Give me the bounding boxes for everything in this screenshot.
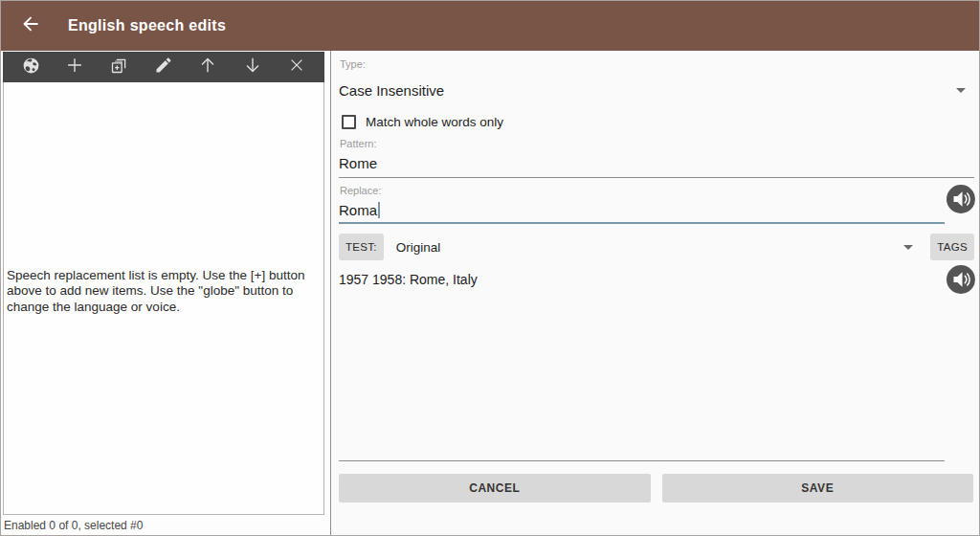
cancel-button[interactable]: CANCEL (339, 474, 651, 502)
delete-button[interactable] (284, 55, 309, 79)
status-text: Enabled 0 of 0, selected #0 (4, 519, 143, 532)
app-bar: English speech edits (1, 1, 979, 51)
arrow-left-icon (20, 13, 41, 38)
app-window: English speech edits (0, 0, 980, 536)
test-result-text: 1957 1958: Rome, Italy (339, 272, 975, 287)
replace-label: Replace: (340, 185, 979, 196)
test-button[interactable]: TEST: (339, 234, 384, 260)
list-toolbar (3, 52, 324, 82)
match-whole-words-checkbox[interactable] (342, 115, 356, 129)
replacement-list[interactable]: Speech replacement list is empty. Use th… (3, 82, 324, 515)
speaker-icon (947, 280, 975, 297)
text-cursor (378, 202, 380, 218)
close-icon (287, 56, 306, 78)
empty-list-message: Speech replacement list is empty. Use th… (4, 268, 323, 329)
test-result-row: 1957 1958: Rome, Italy (339, 264, 975, 295)
match-whole-words-label: Match whole words only (366, 115, 503, 129)
save-button[interactable]: SAVE (662, 474, 974, 502)
pattern-label: Pattern: (340, 138, 979, 149)
tags-button[interactable]: TAGS (930, 234, 974, 260)
speak-result-button[interactable] (947, 265, 975, 294)
arrow-up-icon (197, 55, 218, 79)
list-status-bar: Enabled 0 of 0, selected #0 (1, 515, 330, 535)
back-button[interactable] (19, 14, 42, 37)
add-button[interactable] (62, 55, 87, 79)
spacer (339, 295, 979, 460)
edit-pencil-icon (154, 56, 173, 78)
test-row: TEST: Original TAGS (339, 234, 974, 260)
replacement-list-panel: Speech replacement list is empty. Use th… (1, 51, 331, 535)
replace-section: Replace: Roma (339, 178, 979, 224)
move-up-button[interactable] (195, 55, 220, 79)
page-title: English speech edits (68, 17, 226, 34)
speak-replace-button[interactable] (947, 185, 975, 213)
arrow-down-icon (242, 55, 263, 79)
pattern-input[interactable]: Rome (339, 155, 974, 178)
match-whole-words-row[interactable]: Match whole words only (342, 115, 979, 129)
replace-input[interactable]: Roma (339, 202, 945, 224)
test-source-dropdown-value[interactable]: Original (396, 240, 904, 255)
type-dropdown-value: Case Insensitive (339, 82, 956, 99)
speaker-icon (947, 200, 975, 216)
language-button[interactable] (18, 55, 43, 79)
type-dropdown[interactable]: Case Insensitive (339, 82, 979, 99)
chevron-down-icon[interactable] (903, 245, 913, 250)
chevron-down-icon (956, 88, 966, 93)
form-divider (339, 460, 945, 461)
dialog-buttons: CANCEL SAVE (339, 474, 973, 502)
duplicate-button[interactable] (107, 55, 132, 79)
globe-icon (21, 56, 41, 79)
move-down-button[interactable] (240, 55, 265, 79)
duplicate-icon (109, 56, 129, 79)
replace-input-value: Roma (339, 202, 377, 218)
edit-button[interactable] (151, 55, 176, 79)
edit-form-panel: Type: Case Insensitive Match whole words… (331, 51, 979, 535)
add-icon (64, 55, 85, 79)
type-label: Type: (340, 58, 979, 70)
main-content: Speech replacement list is empty. Use th… (1, 51, 979, 535)
